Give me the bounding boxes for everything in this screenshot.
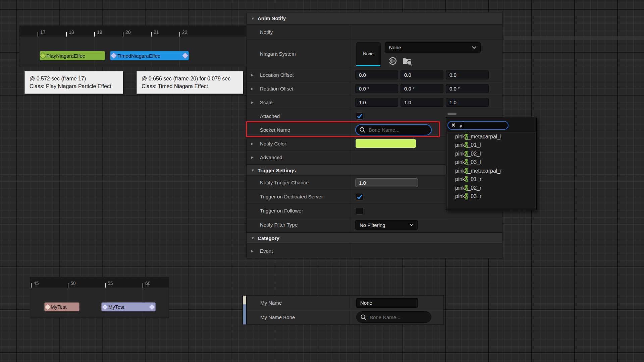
selected-filter: No Filtering (360, 222, 385, 228)
notify-label: TimedNiagaraEffec (117, 53, 160, 59)
scroll-indicator[interactable] (242, 296, 247, 324)
item-text: _02_r (468, 185, 481, 191)
row-notify-filter-type[interactable]: Notify Filter Type No Filtering (247, 218, 502, 232)
row-scale[interactable]: ▶ Scale 1.0 1.0 1.0 (247, 96, 502, 109)
row-niagara-system[interactable]: Niagara System None None (247, 40, 502, 68)
notify-timed-niagara[interactable]: TimedNiagaraEffec (110, 51, 189, 60)
row-label: Notify (260, 29, 273, 35)
notify-mytest-2[interactable]: MyTest (101, 302, 156, 311)
use-selected-asset-button[interactable] (388, 56, 397, 66)
expander-icon[interactable]: ▶ (251, 142, 254, 145)
bone-list-item[interactable]: pinky_01_r (448, 175, 535, 184)
tooltip-class: Class: Timed Niagara Effect (142, 82, 238, 90)
row-rotation-offset[interactable]: ▶ Rotation Offset 0.0 ° 0.0 ° 0.0 ° (247, 82, 502, 96)
asset-thumbnail-text: None (356, 43, 380, 65)
bone-list-item[interactable]: pinky_02_l (448, 149, 535, 158)
notify-handle-icon[interactable] (40, 52, 46, 59)
notify-handle-icon[interactable] (182, 52, 189, 59)
frame-label: 50 (70, 281, 76, 286)
item-text: _metacarpal_l (468, 134, 501, 140)
expander-icon[interactable]: ▶ (251, 101, 254, 104)
item-text: _02_l (468, 151, 481, 157)
bone-list-item[interactable]: pinky_01_l (448, 141, 535, 150)
bone-list-item[interactable]: pinky_03_l (448, 158, 535, 167)
item-text: _01_r (468, 176, 481, 182)
frame-label: 55 (108, 281, 113, 286)
browse-to-asset-button[interactable] (402, 56, 412, 66)
clear-search-icon[interactable]: ✕ (451, 123, 455, 128)
row-label: Notify Color (260, 141, 286, 146)
bone-list-item[interactable]: pinky_metacarpal_l (448, 132, 535, 141)
row-my-name-bone[interactable]: My Name Bone Bone Name... (247, 310, 443, 324)
item-text: _03_r (468, 193, 481, 199)
row-label: Rotation Offset (260, 86, 293, 92)
item-text: pink (455, 185, 465, 191)
notify-color-swatch[interactable] (355, 139, 416, 148)
niagara-asset-dropdown[interactable]: None (385, 42, 481, 53)
notify-filter-type-dropdown[interactable]: No Filtering (355, 220, 418, 230)
notify-track-bottom[interactable]: 45 50 55 60 MyTest MyTest (30, 277, 169, 317)
scale-y-field[interactable]: 1.0 (400, 98, 443, 107)
item-text: pink (455, 176, 465, 182)
collapse-arrow-icon[interactable]: ▼ (251, 16, 255, 20)
notify-handle-icon[interactable] (102, 304, 108, 310)
text-cursor (463, 123, 464, 128)
collapse-arrow-icon[interactable]: ▼ (251, 168, 255, 172)
bone-search-text: y (460, 123, 462, 128)
rotation-y-field[interactable]: 0.0 ° (400, 84, 443, 93)
notify-mytest-1[interactable]: MyTest (44, 302, 79, 311)
location-y-field[interactable]: 0.0 (400, 70, 443, 79)
frame-tick (68, 283, 68, 288)
scale-x-field[interactable]: 1.0 (355, 98, 398, 107)
notify-label: PlayNiagaraEffec (46, 53, 85, 59)
my-name-field[interactable]: None (356, 298, 418, 308)
dedicated-server-checkbox[interactable] (356, 193, 363, 200)
trigger-chance-field[interactable]: 1.0 (355, 178, 418, 187)
notify-play-niagara[interactable]: PlayNiagaraEffec (40, 51, 105, 60)
bone-list-item[interactable]: pinky_03_r (448, 192, 535, 201)
my-notify-details-panel: My Name None My Name Bone Bone Name... (247, 296, 443, 324)
row-event[interactable]: ▶ Event (247, 243, 502, 258)
expander-icon[interactable]: ▶ (251, 156, 254, 159)
section-anim-notify[interactable]: ▼ Anim Notify (247, 12, 502, 24)
notify-track-top[interactable]: 17 18 19 20 21 22 PlayNiagaraEffec Timed… (19, 26, 247, 67)
row-label: Scale (260, 100, 273, 105)
frame-ruler-top[interactable] (19, 26, 247, 37)
expander-icon[interactable]: ▶ (251, 249, 254, 253)
bone-list-item[interactable]: pinky_metacarpal_r (448, 167, 535, 175)
frame-tick (123, 32, 123, 37)
bone-list-item[interactable]: pinky_02_r (448, 184, 535, 192)
frame-label: 19 (97, 29, 102, 35)
notify-handle-icon[interactable] (110, 52, 117, 59)
expander-icon[interactable]: ▶ (251, 87, 254, 90)
item-text: _03_l (468, 159, 481, 165)
row-label: Location Offset (260, 72, 294, 78)
asset-thumbnail[interactable]: None (356, 42, 381, 67)
attached-checkbox[interactable] (356, 112, 363, 120)
rotation-x-field[interactable]: 0.0 ° (355, 84, 398, 93)
section-title: Trigger Settings (258, 168, 296, 173)
bone-list[interactable]: pinky_metacarpal_l pinky_01_l pinky_02_l… (447, 132, 536, 208)
follower-checkbox[interactable] (356, 207, 363, 215)
scroll-indicator-top (243, 296, 246, 304)
my-name-bone-search-input[interactable]: Bone Name... (356, 311, 431, 323)
location-x-field[interactable]: 0.0 (355, 70, 398, 79)
frame-label: 18 (69, 29, 74, 35)
collapse-arrow-icon[interactable]: ▼ (251, 236, 255, 240)
location-z-field[interactable]: 0.0 (446, 70, 489, 79)
expander-icon[interactable]: ▶ (251, 73, 254, 77)
bone-search-input[interactable]: ✕ y (447, 121, 508, 130)
notify-label: MyTest (51, 304, 67, 310)
row-my-name[interactable]: My Name None (247, 296, 443, 310)
notify-handle-icon[interactable] (44, 304, 51, 310)
grid-line (31, 288, 31, 317)
section-title: Anim Notify (258, 15, 286, 21)
notify-handle-icon[interactable] (149, 304, 155, 310)
row-notify[interactable]: Notify (247, 24, 502, 40)
scale-z-field[interactable]: 1.0 (446, 98, 489, 107)
section-category[interactable]: ▼ Category (247, 233, 502, 243)
row-location-offset[interactable]: ▶ Location Offset 0.0 0.0 0.0 (247, 68, 502, 82)
frame-label: 60 (145, 281, 151, 286)
item-text: pink (455, 168, 465, 174)
rotation-z-field[interactable]: 0.0 ° (446, 84, 489, 93)
